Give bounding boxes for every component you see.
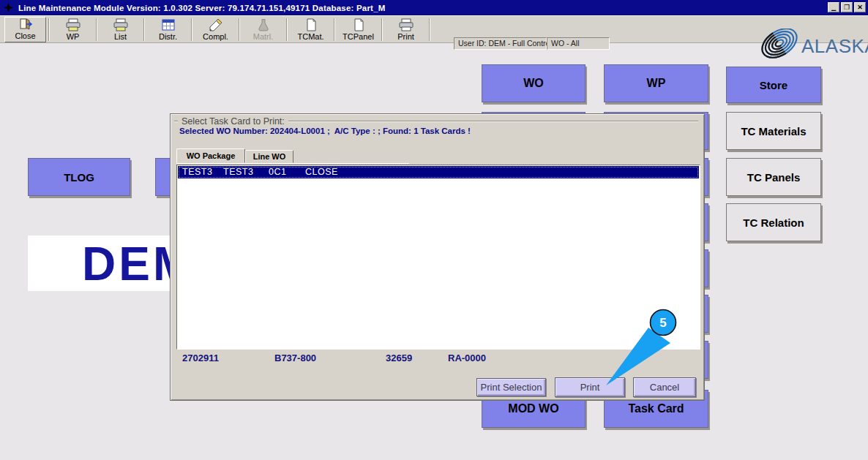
row-cell: TEST3 [182,167,212,177]
toolbar: Close WP List [0,15,868,43]
print-selection-button[interactable]: Print Selection [476,378,546,396]
row-cell: CLOSE [305,167,338,177]
wo-button[interactable]: WO [482,64,585,102]
toolbar-separator [48,18,50,41]
tc-relation-label: TC Relation [743,216,804,229]
mod-wo-label: MOD WO [508,402,558,415]
cancel-button[interactable]: Cancel [633,377,696,397]
tc-relation-button[interactable]: TC Relation [726,203,821,241]
toolbar-separator [143,18,145,41]
store-button-label: Store [760,79,787,91]
toolbar-separator [334,18,335,41]
toolbar-matrl-button: Matrl. [242,17,284,42]
groupbox-line [174,121,178,122]
task-card-label: Task Card [628,402,684,415]
selected-list-row[interactable]: TEST3 TEST3 0C1 CLOSE [178,166,699,178]
restore-icon[interactable] [841,2,853,12]
toolbar-button-label: Matrl. [253,32,274,41]
dialog-title: Select Task Card to Print: [182,116,285,127]
toolbar-compl-button[interactable]: Compl. [195,17,236,42]
status-cell-registration: RA-0000 [448,352,486,363]
toolbar-button-label: WP [67,32,80,41]
toolbar-close-button[interactable]: Close [4,17,46,42]
tlog-button[interactable]: TLOG [28,158,130,196]
print-button[interactable]: Print [555,377,625,397]
alaskar-logo: ALASKAR [755,29,868,59]
title-bar: Line Maintenance Module Version: 1.0.302… [0,0,868,15]
close-window-icon[interactable] [854,2,866,12]
window-grid-icon [160,18,176,31]
tc-panels-button[interactable]: TC Panels [726,158,821,196]
status-cell-msn: 32659 [386,352,412,363]
toolbar-wp-button[interactable]: WP [52,17,94,42]
wp-button-label: WP [647,77,666,90]
toolbar-button-label: Print [397,32,414,41]
toolbar-separator [239,18,240,41]
printer-icon [65,18,81,31]
app-window: Line Maintenance Module Version: 1.0.302… [0,0,868,460]
wo-filter-field: WO - All [547,37,610,50]
tc-materials-label: TC Materials [741,125,806,137]
toolbar-separator [429,18,430,41]
task-card-list[interactable]: TEST3 TEST3 0C1 CLOSE [176,165,700,350]
tc-materials-button[interactable]: TC Materials [726,112,821,150]
toolbar-button-label: Close [15,31,35,40]
toolbar-separator [381,18,383,41]
toolbar-separator [96,18,97,41]
toolbar-separator [191,18,192,41]
document-icon [303,18,319,31]
toolbar-tcmat-button[interactable]: TCMat. [290,17,332,42]
session-status: User ID: DEM - Full Control WO - All [454,37,610,50]
row-cell: 0C1 [269,167,286,177]
tc-panels-label: TC Panels [747,171,801,184]
toolbar-button-label: TCMat. [297,32,323,41]
toolbar-separator [286,18,288,41]
wp-button[interactable]: WP [604,64,708,102]
row-cell: TEST3 [223,167,253,177]
minimize-icon[interactable] [828,2,839,12]
document-icon [351,18,367,31]
user-id-field: User ID: DEM - Full Control [454,37,547,50]
flask-icon [255,18,272,31]
toolbar-print-button[interactable]: Print [385,17,427,42]
toolbar-button-label: List [114,32,127,41]
wo-button-label: WO [523,77,544,90]
status-cell-ac-type: B737-800 [274,352,316,363]
window-title: Line Maintenance Module Version: 1.0.302… [18,4,386,12]
tlog-button-label: TLOG [64,171,94,184]
toolbar-list-button[interactable]: List [100,17,141,42]
toolbar-button-label: TCPanel [343,32,374,41]
toolbar-distr-button[interactable]: Distr. [147,17,189,42]
app-icon [4,3,14,13]
store-button[interactable]: Store [726,67,821,103]
tab-wo-package[interactable]: WO Package [176,148,245,163]
logo-text: ALASKAR [801,35,868,57]
exit-door-icon [18,18,34,31]
select-task-card-dialog: Select Task Card to Print: Selected WO N… [170,113,705,401]
dialog-group-header: Select Task Card to Print: [174,116,698,127]
window-controls [828,2,866,12]
groupbox-line [288,121,698,122]
toolbar-tcpanel-button[interactable]: TCPanel [337,17,379,42]
dialog-subtitle: Selected WO Number: 202404-L0001 ; A/C T… [179,127,471,135]
tab-line-wo[interactable]: Line WO [245,150,293,163]
writing-hand-icon [208,18,224,31]
toolbar-button-label: Distr. [159,32,177,41]
printer-icon [113,18,129,31]
dialog-tabs: WO Package Line WO [176,148,293,163]
status-cell-wo-id: 2702911 [182,352,219,363]
printer-icon [398,18,414,31]
toolbar-button-label: Compl. [203,32,228,41]
